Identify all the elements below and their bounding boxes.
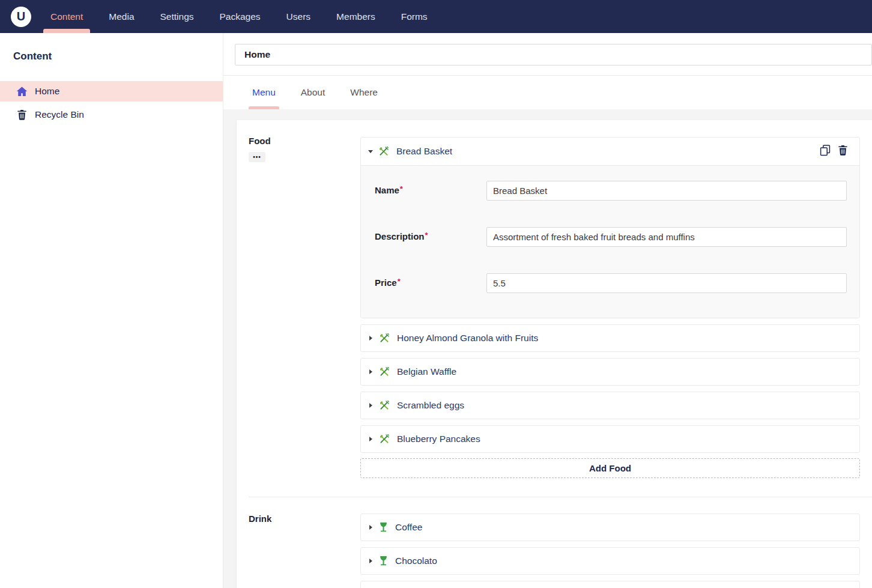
sidebar-section-title: Content	[13, 50, 223, 62]
food-item-honey-almond-granola[interactable]: Honey Almond Granola with Fruits	[360, 324, 860, 352]
tab-content-area: Food ••• Bread B	[223, 109, 872, 588]
drink-item-title: Coffee	[395, 522, 422, 533]
home-icon	[16, 86, 28, 97]
active-section-underline	[43, 29, 90, 33]
caret-right-icon	[369, 403, 372, 408]
nav-settings[interactable]: Settings	[153, 0, 201, 33]
nav-forms[interactable]: Forms	[394, 0, 435, 33]
drink-item-title: Chocolato	[395, 556, 437, 566]
food-item-scrambled-eggs[interactable]: Scrambled eggs	[360, 392, 860, 419]
caret-right-icon	[369, 336, 372, 341]
content-tabs: Menu About Where	[223, 76, 872, 109]
nav-packages-label: Packages	[220, 11, 261, 22]
nav-settings-label: Settings	[160, 11, 194, 22]
food-list-editor: Bread Basket	[360, 137, 860, 478]
food-item-title: Bread Basket	[396, 146, 452, 157]
document-header	[223, 33, 872, 76]
trash-icon	[16, 110, 28, 120]
utensils-icon	[379, 366, 390, 377]
required-asterisk: *	[400, 184, 403, 193]
top-navigation: U Content Media Settings Packages Users …	[0, 0, 872, 33]
caret-right-icon	[369, 369, 372, 374]
tree-item-label: Home	[35, 86, 59, 97]
nav-members-label: Members	[336, 11, 375, 22]
workspace: Content Home Recycle Bin	[0, 33, 872, 588]
property-drink-label-column: Drink	[249, 514, 360, 588]
food-item-title: Belgian Waffle	[397, 366, 456, 377]
field-label-price: Price*	[375, 273, 486, 288]
tree-item-label: Recycle Bin	[35, 109, 84, 120]
nav-media[interactable]: Media	[101, 0, 141, 33]
utensils-icon	[379, 400, 390, 411]
trash-icon	[838, 145, 847, 157]
copy-item-button[interactable]	[820, 145, 831, 158]
drink-item-chocolato[interactable]: Chocolato	[360, 547, 860, 575]
nav-users-label: Users	[286, 11, 310, 22]
field-description: Description*	[375, 227, 847, 247]
food-item-bread-basket: Bread Basket	[360, 137, 860, 318]
drink-item-partial[interactable]	[360, 581, 860, 588]
caret-right-icon	[369, 525, 372, 530]
content-tree: Home Recycle Bin	[0, 81, 223, 125]
nav-members[interactable]: Members	[329, 0, 383, 33]
required-asterisk: *	[398, 277, 401, 286]
required-asterisk: *	[425, 231, 428, 240]
tab-where-label: Where	[350, 87, 378, 98]
utensils-icon	[378, 146, 389, 157]
utensils-icon	[379, 434, 390, 444]
property-label-food: Food	[249, 136, 360, 147]
nav-content[interactable]: Content	[43, 0, 90, 33]
nav-users[interactable]: Users	[279, 0, 318, 33]
nav-forms-label: Forms	[401, 11, 428, 22]
nav-content-label: Content	[50, 11, 83, 22]
properties-box: Food ••• Bread B	[237, 120, 872, 588]
drink-item-coffee[interactable]: Coffee	[360, 514, 860, 541]
food-item-belgian-waffle[interactable]: Belgian Waffle	[360, 358, 860, 386]
tree-item-recycle-bin[interactable]: Recycle Bin	[0, 105, 223, 125]
tab-where[interactable]: Where	[347, 76, 381, 109]
property-food: Food ••• Bread B	[249, 136, 872, 478]
delete-item-button[interactable]	[838, 145, 847, 157]
top-nav-sections: Content Media Settings Packages Users Me…	[43, 0, 446, 33]
field-label-description: Description*	[375, 227, 486, 241]
food-item-form: Name* Description* Price*	[361, 165, 859, 318]
food-item-blueberry-pancakes[interactable]: Blueberry Pancakes	[360, 425, 860, 453]
field-label-name: Name*	[375, 181, 486, 195]
food-item-title: Honey Almond Granola with Fruits	[397, 333, 538, 344]
drink-list-editor: Coffee Chocolato	[360, 514, 860, 588]
copy-icon	[820, 145, 831, 158]
nav-media-label: Media	[109, 11, 134, 22]
property-drink: Drink Coffee	[249, 514, 872, 588]
food-item-header-bread-basket[interactable]: Bread Basket	[361, 138, 859, 165]
property-actions-button[interactable]: •••	[249, 152, 265, 162]
tab-menu[interactable]: Menu	[249, 76, 279, 109]
active-tab-underline	[249, 106, 279, 109]
field-name: Name*	[375, 181, 847, 201]
caret-down-icon	[368, 150, 373, 153]
description-input[interactable]	[486, 227, 847, 247]
umbraco-backoffice: U Content Media Settings Packages Users …	[0, 0, 872, 588]
tab-about-label: About	[301, 87, 325, 98]
property-label-drink: Drink	[249, 514, 360, 524]
content-tree-sidebar: Content Home Recycle Bin	[0, 33, 223, 588]
item-actions	[820, 145, 847, 158]
tab-about[interactable]: About	[297, 76, 329, 109]
document-name-input[interactable]	[235, 44, 872, 65]
caret-right-icon	[369, 437, 372, 441]
tab-menu-label: Menu	[252, 87, 276, 98]
umbraco-logo-icon[interactable]: U	[11, 7, 31, 27]
tree-item-home[interactable]: Home	[0, 81, 223, 102]
add-food-button[interactable]: Add Food	[360, 458, 860, 478]
price-input[interactable]	[486, 273, 847, 293]
caret-right-icon	[369, 559, 372, 563]
food-item-title: Scrambled eggs	[397, 400, 464, 411]
name-input[interactable]	[486, 181, 847, 201]
content-editor: Menu About Where Food •••	[223, 33, 872, 588]
property-food-label-column: Food •••	[249, 136, 360, 478]
nav-packages[interactable]: Packages	[213, 0, 268, 33]
goblet-icon	[379, 556, 388, 566]
utensils-icon	[379, 333, 390, 344]
property-divider	[249, 497, 872, 497]
logo-letter: U	[17, 10, 25, 23]
goblet-icon	[379, 523, 388, 533]
